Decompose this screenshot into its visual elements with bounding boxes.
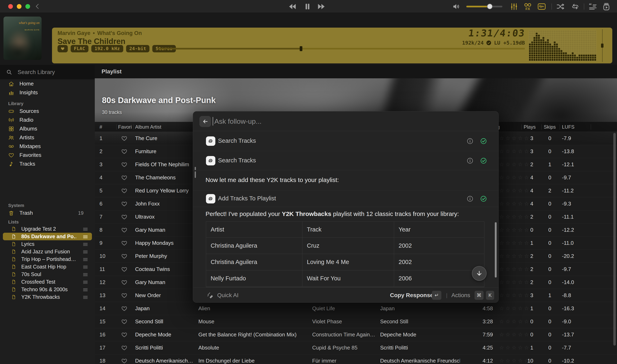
- favorite-heart-icon[interactable]: [121, 135, 127, 142]
- cmd-key[interactable]: ⌘: [475, 291, 483, 300]
- tab-playlist[interactable]: Playlist: [102, 68, 122, 75]
- lyrics-icon[interactable]: “: [588, 2, 597, 11]
- drag-handle-icon[interactable]: [82, 271, 89, 277]
- sidebar-item-favorites[interactable]: Favorites: [0, 151, 95, 159]
- table-row[interactable]: 17Scritti PolittiAbsoluteCupid & Psyche …: [95, 341, 617, 354]
- modal-left-scrollbar-segment[interactable]: [195, 167, 196, 170]
- sidebar-item-trip-hop-portishead-[interactable]: Trip Hop – Portishead…: [3, 255, 92, 263]
- sidebar-item-crossfeed-test[interactable]: Crossfeed Test: [3, 278, 92, 286]
- return-key[interactable]: ↵: [432, 291, 441, 300]
- drag-handle-icon[interactable]: [82, 241, 89, 247]
- sidebar-item-lyrics[interactable]: Lyrics: [3, 240, 92, 248]
- drag-handle-icon[interactable]: [82, 226, 89, 232]
- k-key[interactable]: K: [486, 291, 494, 300]
- table-row[interactable]: 14JapanAlienQuiet LifeJapan4:58☆☆☆☆☆10-1…: [95, 302, 617, 315]
- favorite-heart-icon[interactable]: [121, 201, 127, 207]
- favorite-heart-icon[interactable]: [121, 227, 127, 233]
- drag-handle-icon[interactable]: [82, 294, 89, 300]
- close-window-button[interactable]: [8, 4, 13, 9]
- column-header[interactable]: #: [99, 122, 102, 132]
- volume-knob[interactable]: [487, 4, 493, 9]
- column-header[interactable]: LUFS: [562, 122, 575, 132]
- favorite-heart-icon[interactable]: [121, 214, 127, 220]
- minimize-window-button[interactable]: [17, 4, 22, 9]
- sidebar-item-upgrade-test-2[interactable]: Upgrade Test 2: [3, 225, 92, 233]
- info-icon[interactable]: [466, 138, 474, 144]
- pause-button[interactable]: [303, 2, 312, 11]
- tool-call-row[interactable]: Search Tracks: [193, 151, 498, 170]
- sidebar-item-radio[interactable]: Radio: [0, 116, 95, 124]
- waveform-panel-icon[interactable]: [537, 2, 546, 11]
- favorite-heart-icon[interactable]: [121, 174, 127, 181]
- favorite-heart-icon[interactable]: [121, 266, 127, 273]
- volume-slider[interactable]: [466, 6, 502, 7]
- sidebar-item-artists[interactable]: Artists: [0, 133, 95, 142]
- sidebar-item-70s-soul[interactable]: 70s Soul: [3, 271, 92, 278]
- sidebar-item-insights[interactable]: Insights: [0, 88, 95, 97]
- favorite-heart-icon[interactable]: [121, 305, 127, 312]
- progress-knob[interactable]: [300, 46, 302, 51]
- modal-scrollbar-thumb[interactable]: [495, 222, 497, 277]
- favorite-heart-icon[interactable]: [121, 345, 127, 351]
- back-chevron-icon[interactable]: [34, 3, 41, 10]
- favorite-heart-icon[interactable]: [121, 188, 127, 194]
- favorite-heart-icon[interactable]: [121, 292, 127, 299]
- fx-icon[interactable]: FX: [523, 2, 532, 11]
- info-icon[interactable]: [466, 157, 474, 164]
- speaker-icon[interactable]: [452, 2, 460, 11]
- scroll-to-bottom-button[interactable]: [472, 266, 487, 281]
- column-header[interactable]: Album Artist: [135, 122, 161, 132]
- sidebar-item-acid-jazz-und-fusion[interactable]: Acid Jazz und Fusion: [3, 248, 92, 255]
- followup-input[interactable]: Ask follow-up...: [193, 111, 498, 131]
- table-row[interactable]: 18Deutsch Amerikanisch…Im Dschungel der …: [95, 354, 617, 364]
- sidebar-item-mixtapes[interactable]: Mixtapes: [0, 142, 95, 151]
- copy-response-button[interactable]: Copy Response: [390, 292, 433, 299]
- sidebar-item-east-coast-hip-hop[interactable]: East Coast Hip Hop: [3, 263, 92, 271]
- sidebar-item-albums[interactable]: Albums: [0, 124, 95, 133]
- search-input[interactable]: Search Library: [0, 65, 95, 79]
- actions-button[interactable]: Actions: [451, 292, 470, 299]
- sidebar-item-80s-darkwave-and-po-[interactable]: 80s Darkwave and Po…: [3, 233, 92, 240]
- drag-handle-icon[interactable]: [82, 286, 89, 293]
- sidebar-item-techno-90s-2000s[interactable]: Techno 90s & 2000s: [3, 286, 92, 293]
- info-icon[interactable]: [466, 195, 474, 202]
- drag-handle-icon[interactable]: [82, 249, 89, 255]
- column-header[interactable]: Skips: [544, 122, 556, 132]
- equalizer-icon[interactable]: [509, 2, 519, 11]
- favorite-heart-icon[interactable]: [121, 318, 127, 325]
- queue-icon[interactable]: [602, 2, 611, 11]
- modal-left-scrollbar-segment[interactable]: [195, 171, 196, 178]
- zoom-window-button[interactable]: [25, 4, 30, 9]
- drag-handle-icon[interactable]: [82, 264, 89, 270]
- favorite-badge[interactable]: [57, 45, 68, 52]
- drag-handle-icon[interactable]: [82, 279, 89, 285]
- shuffle-icon[interactable]: [556, 2, 565, 11]
- favorite-heart-icon[interactable]: [121, 279, 127, 286]
- favorite-heart-icon[interactable]: [121, 148, 127, 155]
- spectrum-mini-slider[interactable]: [601, 29, 603, 62]
- table-row[interactable]: 15Second StillMouseViolet PhaseSecond St…: [95, 315, 617, 328]
- sidebar-item-y2k-throwbacks[interactable]: Y2K Throwbacks: [3, 293, 92, 301]
- column-header[interactable]: Favori: [118, 122, 134, 132]
- back-button[interactable]: [199, 116, 211, 127]
- table-row[interactable]: 16Depeche ModeGet the Balance Right! (Co…: [95, 328, 617, 341]
- sidebar-item-sources[interactable]: Sources: [0, 107, 95, 116]
- drag-handle-icon[interactable]: [82, 256, 89, 262]
- main-scrollbar-thumb[interactable]: [613, 133, 616, 346]
- next-track-button[interactable]: [317, 2, 326, 11]
- sidebar-item-trash[interactable]: Trash19: [0, 208, 95, 217]
- progress-bar[interactable]: [158, 48, 525, 50]
- sidebar-item-home[interactable]: Home: [0, 79, 95, 88]
- favorite-heart-icon[interactable]: [121, 358, 127, 364]
- tool-call-row[interactable]: Add Tracks To Playlist: [193, 190, 498, 207]
- repeat-icon[interactable]: [571, 2, 580, 11]
- column-header[interactable]: Plays: [524, 122, 536, 132]
- drag-handle-icon[interactable]: [82, 234, 89, 240]
- favorite-heart-icon[interactable]: [121, 161, 127, 168]
- previous-track-button[interactable]: [288, 2, 297, 11]
- tool-call-row[interactable]: Search Tracks: [193, 131, 498, 151]
- favorite-heart-icon[interactable]: [121, 240, 127, 247]
- favorite-heart-icon[interactable]: [121, 331, 127, 338]
- favorite-heart-icon[interactable]: [121, 253, 127, 260]
- sidebar-item-tracks[interactable]: Tracks: [0, 159, 95, 168]
